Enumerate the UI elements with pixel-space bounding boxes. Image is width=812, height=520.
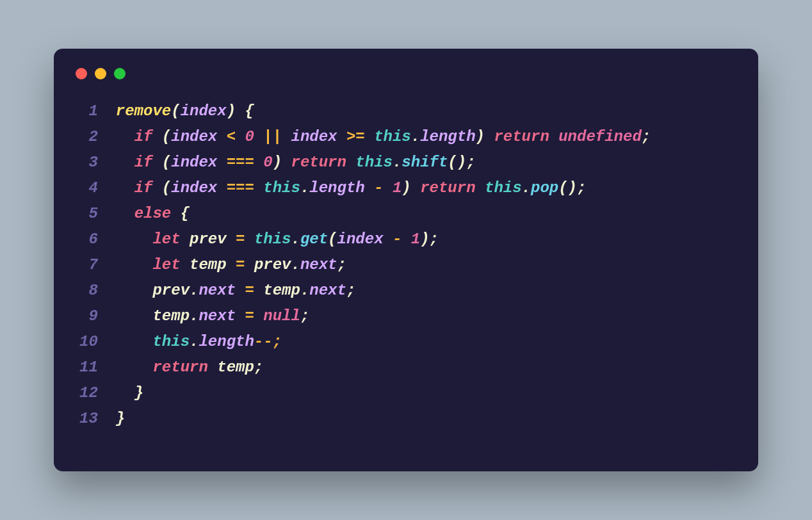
code-line: 10 this.length--;	[79, 329, 651, 355]
code-content: }	[116, 380, 651, 406]
close-icon[interactable]	[76, 68, 87, 79]
code-editor-window: 1 remove(index) { 2 if (index < 0 || ind…	[54, 49, 758, 471]
code-line: 11 return temp;	[79, 355, 651, 380]
code-content: this.length--;	[116, 329, 651, 355]
code-line: 6 let prev = this.get(index - 1);	[79, 227, 651, 252]
line-number: 11	[79, 355, 116, 380]
code-content: return temp;	[116, 355, 651, 380]
line-number: 12	[79, 380, 116, 406]
code-content: remove(index) {	[116, 99, 651, 124]
code-block[interactable]: 1 remove(index) { 2 if (index < 0 || ind…	[79, 99, 651, 432]
line-number: 6	[79, 227, 116, 252]
code-line: 1 remove(index) {	[79, 99, 651, 124]
code-content: prev.next = temp.next;	[116, 278, 651, 304]
code-line: 5 else {	[79, 201, 651, 227]
code-content: }	[116, 406, 651, 432]
code-content: let temp = prev.next;	[116, 252, 651, 278]
line-number: 1	[79, 99, 116, 124]
window-traffic-lights	[76, 68, 733, 79]
code-content: if (index === this.length - 1) return th…	[116, 175, 651, 201]
line-number: 13	[79, 406, 116, 432]
code-line: 12 }	[79, 380, 651, 406]
line-number: 10	[79, 329, 116, 355]
code-content: temp.next = null;	[116, 304, 651, 329]
code-line: 8 prev.next = temp.next;	[79, 278, 651, 304]
code-content: if (index < 0 || index >= this.length) r…	[116, 124, 651, 150]
code-line: 9 temp.next = null;	[79, 304, 651, 329]
zoom-icon[interactable]	[114, 68, 126, 79]
line-number: 4	[79, 175, 116, 201]
code-line: 2 if (index < 0 || index >= this.length)…	[79, 124, 651, 150]
minimize-icon[interactable]	[95, 68, 106, 79]
line-number: 5	[79, 201, 116, 227]
line-number: 3	[79, 150, 116, 175]
code-content: let prev = this.get(index - 1);	[116, 227, 651, 252]
code-line: 13 }	[79, 406, 651, 432]
line-number: 7	[79, 252, 116, 278]
code-content: if (index === 0) return this.shift();	[116, 150, 651, 175]
line-number: 9	[79, 304, 116, 329]
code-line: 4 if (index === this.length - 1) return …	[79, 175, 651, 201]
line-number: 2	[79, 124, 116, 150]
code-line: 7 let temp = prev.next;	[79, 252, 651, 278]
line-number: 8	[79, 278, 116, 304]
code-content: else {	[116, 201, 651, 227]
code-line: 3 if (index === 0) return this.shift();	[79, 150, 651, 175]
